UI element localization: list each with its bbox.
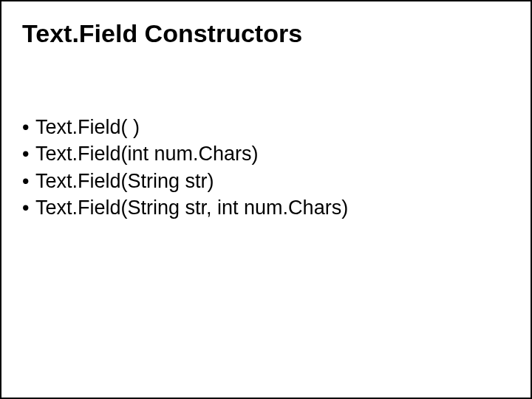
list-item: • Text.Field( ) [22,114,348,140]
list-item-text: Text.Field(String str) [35,168,214,194]
list-item-text: Text.Field( ) [35,114,140,140]
bullet-icon: • [22,114,35,140]
slide: Text.Field Constructors • Text.Field( ) … [0,0,532,399]
bullet-list: • Text.Field( ) • Text.Field(int num.Cha… [22,114,348,222]
bullet-icon: • [22,140,35,167]
bullet-icon: • [22,194,35,221]
list-item: • Text.Field(String str, int num.Chars) [22,194,348,221]
list-item-text: Text.Field(int num.Chars) [35,140,259,167]
list-item: • Text.Field(String str) [22,168,348,194]
bullet-icon: • [22,168,35,194]
list-item: • Text.Field(int num.Chars) [22,140,348,167]
slide-title: Text.Field Constructors [22,19,302,48]
list-item-text: Text.Field(String str, int num.Chars) [35,194,348,221]
